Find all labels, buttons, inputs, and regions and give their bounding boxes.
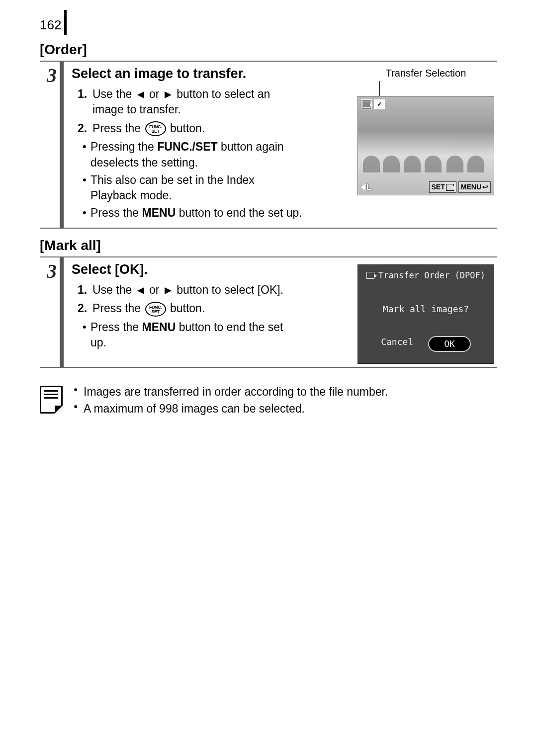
step-block-markall: 3 Select [OK]. 1. Use the or button to s… — [40, 256, 497, 368]
set-badge: SET — [429, 181, 456, 193]
note-item: Images are transferred in order accordin… — [74, 384, 388, 400]
transfer-icon — [366, 272, 374, 279]
arrow-left-icon — [136, 286, 145, 295]
list-text: Press the FUNC. SET button. — [92, 121, 205, 137]
list-text: Use the or button to select [OK]. — [92, 282, 283, 298]
step-number: 3 — [40, 62, 64, 87]
svg-marker-3 — [165, 287, 172, 294]
page-number-divider — [64, 10, 67, 35]
step-item-1: 1. Use the or button to select [OK]. — [78, 282, 296, 298]
cancel-button[interactable]: Cancel — [381, 336, 413, 352]
page-number: 162 — [40, 17, 64, 33]
bullet-item: Pressing the FUNC./SET button again dese… — [83, 139, 291, 170]
step-number-column: 3 — [40, 257, 64, 367]
checkmark-icon: ✓ — [374, 99, 385, 109]
figure-caption: Transfer Selection — [358, 67, 494, 80]
svg-marker-2 — [137, 287, 144, 294]
step-list: 1. Use the or button to select [OK]. 2. … — [78, 282, 296, 317]
note-icon — [40, 386, 63, 414]
triangle-left-icon — [361, 184, 365, 191]
bullet-item: Press the MENU button to end the set up. — [83, 205, 431, 221]
list-text: Use the or button to select an image to … — [92, 86, 296, 117]
figure-leader-line — [379, 81, 380, 96]
svg-marker-1 — [165, 91, 172, 98]
dialog-question: Mark all images? — [358, 303, 494, 315]
arrow-left-icon — [136, 90, 145, 99]
svg-marker-0 — [137, 91, 144, 98]
camera-screen: ✓ L SET MENU↩ — [358, 96, 494, 195]
list-number: 1. — [78, 86, 90, 117]
notes-block: Images are transferred in order accordin… — [40, 384, 497, 418]
step-item-2: 2. Press the FUNC. SET button. — [78, 121, 296, 137]
step-body: Select [OK]. 1. Use the or button to sel… — [64, 257, 497, 367]
arrow-right-icon — [164, 90, 173, 99]
size-indicator: L — [361, 182, 371, 193]
ok-button[interactable]: OK — [428, 336, 471, 352]
figure-transfer-selection: Transfer Selection ✓ L SET MENU↩ — [358, 67, 494, 195]
step-number-column: 3 — [40, 62, 64, 228]
photo-placeholder — [363, 138, 489, 172]
figure-dialog-markall: Transfer Order (DPOF) Mark all images? C… — [358, 264, 494, 364]
section-label-order: [Order] — [40, 42, 497, 58]
step-block-order: 3 Select an image to transfer. 1. Use th… — [40, 61, 497, 229]
list-number: 2. — [78, 301, 90, 317]
step-item-2: 2. Press the FUNC. SET button. — [78, 301, 296, 317]
transfer-icon — [361, 99, 372, 109]
list-number: 1. — [78, 282, 90, 298]
list-number: 2. — [78, 121, 90, 137]
return-icon: ↩ — [482, 182, 488, 192]
func-set-button-icon: FUNC. SET — [145, 302, 166, 317]
step-number: 3 — [40, 257, 64, 283]
func-set-button-icon: FUNC. SET — [145, 121, 166, 136]
screen-top-icons: ✓ — [361, 99, 385, 109]
bullet-item: Press the MENU button to end the set up. — [83, 320, 291, 350]
step-item-1: 1. Use the or button to select an image … — [78, 86, 296, 117]
step-list: 1. Use the or button to select an image … — [78, 86, 296, 136]
note-item: A maximum of 998 images can be selected. — [74, 401, 388, 417]
page-header: 162 — [40, 10, 497, 33]
list-text: Press the FUNC. SET button. — [92, 301, 205, 317]
screen-bottom-bar: L SET MENU↩ — [361, 181, 491, 193]
dialog-title: Transfer Order (DPOF) — [358, 265, 494, 281]
menu-badge: MENU↩ — [458, 181, 491, 193]
bullet-item: This also can be set in the Index Playba… — [83, 172, 291, 203]
note-bullets: Images are transferred in order accordin… — [74, 384, 388, 418]
section-label-markall: [Mark all] — [40, 238, 497, 253]
arrow-right-icon — [164, 286, 173, 295]
dialog-buttons: Cancel OK — [358, 336, 494, 352]
step-body: Select an image to transfer. 1. Use the … — [64, 62, 497, 228]
